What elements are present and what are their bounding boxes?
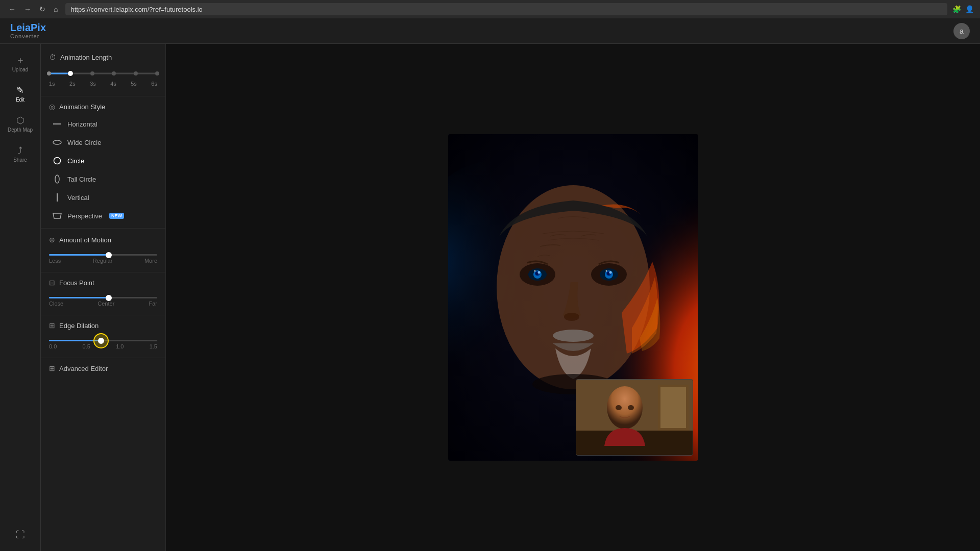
clock-icon: ⏱ (49, 53, 56, 61)
amount-motion-slider[interactable]: Less Regular More (41, 248, 165, 270)
label-regular: Regular (93, 258, 113, 264)
svg-point-32 (628, 405, 634, 410)
style-wide-circle[interactable]: Wide Circle (44, 133, 162, 152)
edge-dilation-label: Edge Dilation (59, 322, 99, 330)
app-header: LeiaPix Converter a (0, 18, 980, 44)
horizontal-icon (52, 119, 62, 129)
svg-point-2 (55, 175, 59, 183)
svg-point-23 (564, 313, 579, 321)
label-6s: 6s (151, 81, 157, 87)
profile-icon: 👤 (965, 5, 974, 13)
logo-title: LeiaPix (10, 22, 46, 33)
back-button[interactable]: ← (6, 4, 18, 14)
svg-point-0 (53, 140, 61, 144)
webcam-overlay (576, 379, 693, 456)
focus-icon: ⊡ (49, 279, 55, 287)
forward-button[interactable]: → (21, 4, 34, 14)
label-5s: 5s (131, 81, 137, 87)
edge-dilation-header: ⊞ Edge Dilation (41, 317, 165, 334)
focus-point-header: ⊡ Focus Point (41, 274, 165, 291)
label-far: Far (149, 300, 158, 307)
url-bar[interactable] (65, 3, 947, 15)
controls-panel: ⏱ Animation Length 1s (41, 44, 166, 551)
perspective-icon (52, 211, 62, 221)
focus-point-labels: Close Center Far (49, 300, 157, 307)
svg-point-24 (553, 330, 594, 342)
svg-point-22 (534, 270, 535, 272)
nav-share-label: Share (13, 157, 27, 163)
style-perspective-label: Perspective (67, 212, 102, 220)
amount-motion-header: ⊕ Amount of Motion (41, 232, 165, 248)
extension-icon: 🧩 (952, 5, 961, 13)
style-horizontal-label: Horizontal (67, 120, 97, 128)
focus-point-label: Focus Point (59, 279, 94, 287)
label-2s: 2s (69, 81, 76, 87)
label-more: More (144, 258, 157, 264)
style-icon: ◎ (49, 103, 55, 111)
edge-dilation-slider[interactable]: 0.0 0.5 1.0 1.5 (41, 334, 165, 356)
animation-style-header: ◎ Animation Style (41, 98, 165, 115)
label-1s: 1s (49, 81, 55, 87)
browser-nav[interactable]: ← → ↻ ⌂ (6, 4, 60, 14)
nav-fullscreen[interactable]: ⛶ (4, 526, 37, 543)
depth-map-icon: ⬡ (16, 116, 24, 125)
logo-leia: Leia (10, 22, 31, 33)
animation-length-header: ⏱ Animation Length (41, 49, 165, 65)
logo: LeiaPix Converter (10, 22, 46, 39)
reload-button[interactable]: ↻ (37, 4, 48, 14)
canvas-area (166, 44, 980, 551)
main-layout: ＋ Upload ✎ Edit ⬡ Depth Map ⤴ Share ⛶ (0, 44, 980, 551)
label-10: 1.0 (116, 343, 124, 349)
label-center: Center (97, 300, 114, 307)
style-tall-circle-label: Tall Circle (67, 176, 96, 183)
edit-icon: ✎ (16, 86, 24, 95)
focus-point-slider[interactable]: Close Center Far (41, 291, 165, 313)
nav-depth-map-label: Depth Map (8, 127, 33, 133)
new-badge: NEW (109, 213, 124, 219)
label-less: Less (49, 258, 61, 264)
animation-style-label: Animation Style (59, 103, 105, 111)
style-horizontal[interactable]: Horizontal (44, 115, 162, 133)
nav-depth-map[interactable]: ⬡ Depth Map (4, 112, 37, 137)
advanced-icon: ⊞ (49, 364, 55, 372)
animation-length-label: Animation Length (60, 54, 112, 61)
logo-pix: Pix (31, 22, 46, 33)
nav-upload-label: Upload (12, 67, 29, 72)
amount-motion-label: Amount of Motion (59, 236, 111, 244)
svg-point-19 (537, 271, 540, 274)
style-vertical-label: Vertical (67, 194, 89, 202)
nav-edit-label: Edit (16, 97, 24, 103)
style-circle[interactable]: Circle (44, 152, 162, 170)
label-00: 0.0 (49, 343, 57, 349)
svg-point-20 (609, 271, 611, 274)
wide-circle-icon (52, 137, 62, 147)
user-avatar[interactable]: a (953, 23, 970, 39)
icon-nav: ＋ Upload ✎ Edit ⬡ Depth Map ⤴ Share ⛶ (0, 44, 41, 551)
nav-edit[interactable]: ✎ Edit (4, 82, 37, 107)
browser-actions: 🧩 👤 (952, 5, 974, 13)
share-icon: ⤴ (18, 146, 22, 155)
style-wide-circle-label: Wide Circle (67, 139, 101, 146)
home-button[interactable]: ⌂ (51, 4, 60, 14)
vertical-icon (52, 192, 62, 203)
style-vertical[interactable]: Vertical (44, 188, 162, 207)
animation-length-slider[interactable]: 1s 2s 3s 4s 5s 6s (41, 65, 165, 94)
style-perspective[interactable]: Perspective NEW (44, 207, 162, 225)
nav-upload[interactable]: ＋ Upload (4, 52, 37, 77)
advanced-editor-section[interactable]: ⊞ Advanced Editor (41, 360, 165, 377)
app-container: LeiaPix Converter a ＋ Upload ✎ Edit ⬡ De… (0, 18, 980, 551)
tall-circle-icon (52, 174, 62, 184)
amount-motion-labels: Less Regular More (49, 258, 157, 264)
browser-chrome: ← → ↻ ⌂ 🧩 👤 (0, 0, 980, 18)
svg-rect-29 (660, 387, 686, 428)
svg-point-21 (605, 270, 607, 272)
fullscreen-icon: ⛶ (16, 530, 25, 539)
style-tall-circle[interactable]: Tall Circle (44, 170, 162, 188)
nav-share[interactable]: ⤴ Share (4, 142, 37, 167)
edge-icon: ⊞ (49, 321, 55, 330)
circle-icon (52, 156, 62, 166)
label-05: 0.5 (83, 343, 90, 349)
svg-point-30 (607, 386, 643, 429)
label-close: Close (49, 300, 63, 307)
style-circle-label: Circle (67, 157, 84, 165)
